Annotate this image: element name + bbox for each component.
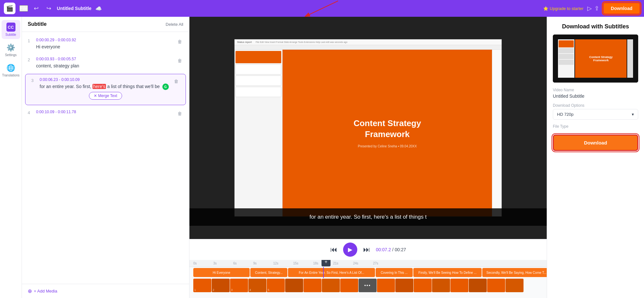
video-pres: Status report File Edit View Insert Form… [234,39,502,217]
timeline-clip[interactable]: Covering In This ... [376,268,413,277]
grammarly-icon: G [162,84,169,90]
clip-track: Hi Everyone Content, Strategy... For An … [189,267,547,278]
download-top-button[interactable]: Download [603,3,640,14]
timeline-thumb [505,279,524,292]
subtitle-number: 4 [28,110,33,115]
subtitle-text: Hi everyone [36,44,173,50]
thumbnail-track: 1 2 3 4 5 ••• [189,278,547,293]
delete-all-button[interactable]: Delete All [166,22,183,27]
main-slide: Content StrategyFramework Presented by C… [283,50,492,216]
merge-text-button[interactable]: ✕ Merge Text [89,92,122,100]
settings-icon: ⚙️ [6,44,15,52]
slide-thumb [235,51,281,63]
video-controls: ⏮ ▶ ⏭ 00:07.2 / 00:27 [189,239,547,260]
preview-thumb [559,48,574,53]
timeline-clip[interactable]: Firstly, We'll Be Seeing How To Define .… [413,268,482,277]
list-item[interactable]: 4 0:00:10.09 - 0:00:11.78 🗑 [22,106,189,121]
timeline-thumb [377,279,395,292]
play-button[interactable]: ▶ [343,243,357,257]
ruler-mark: 3s [213,262,233,265]
timeline-thumb [303,279,322,292]
app-logo: 🎬 [4,3,15,14]
topbar: 🎬 File ↩ ↪ Untitled Subtitle ☁️ ⭐ Upgrad… [0,0,644,17]
subtitle-text: content, strategy plan [36,63,173,69]
download-panel-button[interactable]: Download [553,134,638,151]
share-icon[interactable]: ▷ [587,5,592,12]
sidebar-item-settings[interactable]: ⚙️ Settings [2,41,20,59]
prev-button[interactable]: ⏮ [330,245,337,254]
timeline-thumb [395,279,413,292]
list-item[interactable]: 3 0:00:06.23 - 0:00:10.09 for an entire … [25,74,186,105]
thumb-num: 3 [231,288,233,292]
right-panel-content: Download with Subtitles Content Strategy… [547,17,644,298]
subtitle-panel: Subtitle Delete All 1 0:00:00.29 - 0:00:… [22,17,189,298]
slide-title: Content StrategyFramework [353,118,421,140]
next-button[interactable]: ⏭ [363,245,370,254]
subtitle-time: 0:00:03.93 - 0:00:05.57 [36,57,173,61]
sidebar-item-subtitle[interactable]: CC Subtitle [2,20,20,39]
resolution-select[interactable]: HD 720p ▾ [553,109,638,120]
timeline-thumb [414,279,432,292]
pres-menubar: Status report File Edit View Insert Form… [235,39,502,45]
slide-panel [235,50,283,216]
pres-toolbar-text: File Edit View Insert Format Slide Arran… [255,41,347,43]
delete-subtitle-button[interactable]: 🗑 [173,77,180,85]
left-sidebar: CC Subtitle ⚙️ Settings 🌐 Translations [0,17,22,298]
subtitle-time: 0:00:06.23 - 0:00:10.09 [40,77,169,82]
timeline-ruler: + 0s 3s 6s 9s 12s 15s 18s 21s 24s 27s [189,260,547,267]
ruler-mark: 0s [193,262,213,265]
preview-layout: Content StrategyFramework [558,39,633,78]
preview-slide: Content StrategyFramework [575,39,627,78]
subtitle-list: 1 0:00:00.29 - 0:00:03.92 Hi everyone 🗑 … [22,32,189,284]
highlighted-word: here's [92,84,106,89]
list-item[interactable]: 1 0:00:00.29 - 0:00:03.92 Hi everyone 🗑 [22,35,189,54]
timeline-thumb [487,279,505,292]
ruler-mark: 6s [233,262,253,265]
timeline-thumb: 3 [230,279,248,292]
preview-thumb [559,60,574,65]
timeline-thumb: ••• [359,279,377,292]
ellipsis-icon: ••• [364,283,371,288]
subtitle-number: 2 [28,57,33,62]
timeline-clip[interactable]: Content, Strategy... [250,268,287,277]
main-layout: CC Subtitle ⚙️ Settings 🌐 Translations S… [0,17,644,298]
file-type-spacer [553,130,638,134]
slide-subtitle: Presented by Celine Sneha • 09.04.20XX [358,144,417,148]
undo-button[interactable]: ↩ [32,4,41,13]
export-icon[interactable]: ⇪ [594,5,599,12]
file-menu[interactable]: File [19,5,28,12]
add-media-button[interactable]: ⊕ + Add Media [22,284,189,298]
delete-subtitle-button[interactable]: 🗑 [176,57,183,65]
timeline-thumb: 2 [212,279,230,292]
subtitle-time: 0:00:10.09 - 0:00:11.78 [36,110,173,114]
thumb-num: 2 [213,288,214,292]
subtitle-panel-title: Subtitle [28,21,47,27]
timeline: + 0s 3s 6s 9s 12s 15s 18s 21s 24s 27s Hi… [189,260,547,298]
delete-subtitle-button[interactable]: 🗑 [176,110,183,117]
right-panel: Download with Subtitles Content Strategy… [547,17,644,298]
time-separator: / [392,247,395,252]
timeline-clip[interactable]: For An Entire Year. So First, Here's A L… [288,268,375,277]
add-clip-button[interactable]: + [322,260,331,266]
text-after: a list of things that we'll be [106,84,160,89]
sidebar-item-translations[interactable]: 🌐 Translations [2,61,20,80]
upgrade-button[interactable]: ⭐ Upgrade to starter [543,6,583,11]
timeline-clip[interactable]: Hi Everyone [193,268,250,277]
ruler-mark: 24s [353,262,373,265]
preview-right [627,39,633,78]
ruler-mark: 15s [293,262,313,265]
timeline-thumb: 1 [193,279,211,292]
slide-thumb [235,75,281,86]
time-display: 00:07.2 / 00:27 [376,247,406,252]
list-item[interactable]: 2 0:00:03.93 - 0:00:05.57 content, strat… [22,54,189,73]
ruler-mark: 12s [273,262,293,265]
ruler-mark: 9s [253,262,273,265]
pres-menu-item: Status report [237,41,252,44]
redo-button[interactable]: ↪ [44,4,53,13]
download-options-field: Download Options HD 720p ▾ [553,103,638,120]
subtitle-number: 1 [28,38,33,43]
timeline-thumb [432,279,450,292]
playhead [323,267,324,278]
delete-subtitle-button[interactable]: 🗑 [176,38,183,45]
timeline-clip[interactable]: Secondly, We'll Be Saying, How Come T... [482,268,547,277]
